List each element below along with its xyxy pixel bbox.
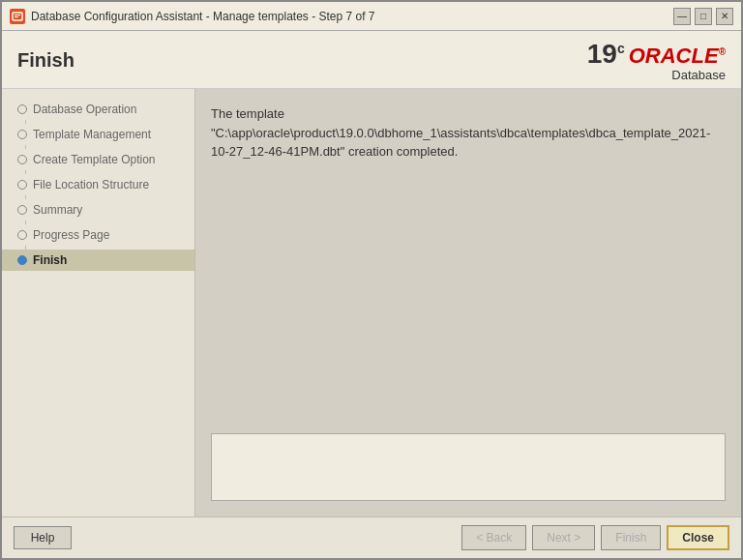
oracle-version: 19c: [587, 39, 625, 70]
sidebar-item-label: Database Operation: [33, 103, 136, 116]
step-indicator: [17, 205, 27, 215]
sidebar-item-progress-page[interactable]: Progress Page: [2, 224, 194, 246]
sidebar-item-finish[interactable]: Finish: [2, 250, 194, 271]
next-button[interactable]: Next >: [532, 525, 595, 550]
minimize-button[interactable]: —: [673, 8, 691, 25]
maximize-button[interactable]: □: [695, 8, 712, 25]
completion-message: The template "C:\app\oracle\product\19.0…: [211, 104, 726, 162]
sidebar-item-file-location-structure[interactable]: File Location Structure: [2, 174, 194, 195]
svg-rect-2: [15, 16, 18, 17]
title-bar: Database Configuration Assistant - Manag…: [2, 2, 741, 31]
page-title: Finish: [17, 49, 74, 72]
step-indicator: [17, 130, 27, 139]
step-indicator: [17, 180, 27, 190]
sidebar-item-label: Create Template Option: [33, 153, 156, 166]
sidebar-item-database-operation[interactable]: Database Operation: [2, 99, 194, 120]
app-icon: [10, 9, 25, 24]
window-controls: — □ ✕: [673, 8, 733, 25]
sidebar-item-label: Template Management: [33, 128, 151, 141]
log-area[interactable]: [211, 433, 726, 501]
sidebar-item-template-management[interactable]: Template Management: [2, 124, 194, 145]
back-button[interactable]: < Back: [461, 525, 526, 550]
sidebar-item-summary[interactable]: Summary: [2, 199, 194, 221]
footer: Help < Back Next > Finish Close: [2, 516, 741, 558]
sidebar-item-label: Progress Page: [33, 228, 109, 242]
oracle-brand: ORACLE®: [629, 44, 726, 69]
footer-left-buttons: Help: [14, 526, 72, 549]
sidebar-item-label: Summary: [33, 203, 82, 217]
step-indicator: [17, 104, 27, 114]
step-indicator: [17, 230, 27, 240]
finish-button[interactable]: Finish: [601, 525, 661, 550]
oracle-logo: 19c ORACLE® Database: [587, 39, 726, 82]
sidebar-item-label: File Location Structure: [33, 178, 149, 192]
step-indicator-active: [17, 255, 27, 265]
sidebar-item-create-template-option[interactable]: Create Template Option: [2, 149, 194, 170]
content-area: The template "C:\app\oracle\product\19.0…: [195, 89, 741, 516]
header: Finish 19c ORACLE® Database: [2, 31, 741, 89]
help-button[interactable]: Help: [14, 526, 72, 549]
close-button[interactable]: ✕: [716, 8, 733, 25]
window-title: Database Configuration Assistant - Manag…: [31, 10, 668, 23]
step-indicator: [17, 155, 27, 164]
footer-right-buttons: < Back Next > Finish Close: [461, 525, 729, 550]
svg-rect-1: [15, 15, 20, 15]
main-content: Database Operation Template Management C…: [2, 89, 741, 516]
close-button[interactable]: Close: [667, 525, 729, 550]
oracle-product: Database: [671, 68, 726, 82]
sidebar-item-label: Finish: [33, 253, 67, 267]
sidebar: Database Operation Template Management C…: [2, 89, 195, 516]
main-window: Database Configuration Assistant - Manag…: [0, 0, 743, 560]
